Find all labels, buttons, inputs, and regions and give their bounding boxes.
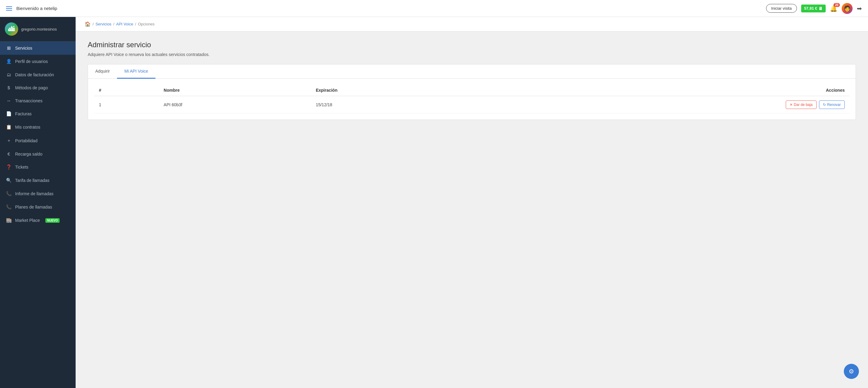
sidebar-item-perfil[interactable]: 👤 Perfil de usuarios: [0, 55, 75, 68]
sidebar-item-portabilidad[interactable]: ＋ Portabilidad: [0, 134, 75, 147]
topbar-right: Iniciar visita 57,91 € 🖥 🔔 20 🧑 ➡: [766, 3, 862, 14]
tabs-container: Adquirir Mi API Voice # Nombre Expiració…: [88, 64, 856, 120]
row-name: API 60b3f: [159, 96, 311, 114]
tabs-header: Adquirir Mi API Voice: [88, 64, 856, 79]
sidebar-item-label: Perfil de usuarios: [15, 59, 48, 64]
sidebar-avatar: 🏙: [5, 22, 18, 36]
sidebar-item-label: Recarga saldo: [15, 152, 42, 156]
sidebar-item-planes[interactable]: 📞 Planes de llamadas: [0, 200, 75, 214]
breadcrumb: 🏠 / Servicios / API Voice / Opciones: [75, 17, 868, 31]
table-wrap: # Nombre Expiración Acciones 1 API 60b3f…: [88, 79, 856, 120]
sidebar-item-servicios[interactable]: ⊞ Servicios: [0, 41, 75, 55]
x-icon: ✕: [790, 102, 793, 107]
sidebar-item-informe[interactable]: 📞 Informe de llamadas: [0, 187, 75, 200]
marketplace-icon: 🏬: [6, 218, 11, 223]
sidebar-item-label: Informe de llamadas: [15, 191, 54, 196]
content-area: 🏠 / Servicios / API Voice / Opciones Adm…: [75, 17, 868, 388]
sidebar-item-tickets[interactable]: ❓ Tickets: [0, 160, 75, 174]
logout-icon[interactable]: ➡: [857, 5, 862, 12]
user-avatar-topbar[interactable]: 🧑: [842, 3, 852, 14]
sidebar-item-label: Planes de llamadas: [15, 205, 52, 209]
sidebar-item-label: Facturas: [15, 111, 31, 116]
sidebar-item-label: Tickets: [15, 165, 28, 170]
menu-toggle[interactable]: [6, 6, 12, 10]
sidebar-item-transacciones[interactable]: ↔ Transacciones: [0, 94, 75, 107]
renew-button[interactable]: ↻ Renovar: [819, 100, 845, 109]
invoice-icon: 📄: [6, 111, 11, 117]
tab-mi-api-voice[interactable]: Mi API Voice: [117, 64, 155, 79]
col-name: Nombre: [159, 85, 311, 96]
sidebar-item-facturas[interactable]: 📄 Facturas: [0, 107, 75, 120]
tab-adquirir[interactable]: Adquirir: [88, 64, 117, 79]
sidebar-item-facturacion[interactable]: 🗂 Datos de facturación: [0, 68, 75, 81]
payment-icon: $: [6, 85, 11, 90]
sidebar: 🏙 gregorio.montesinos ⊞ Servicios 👤 Perf…: [0, 17, 75, 388]
topbar: Bienvenido a netelip Iniciar visita 57,9…: [0, 0, 868, 17]
sidebar-item-metodos[interactable]: $ Métodos de pago: [0, 81, 75, 94]
sidebar-username: gregorio.montesinos: [21, 27, 57, 31]
balance-badge: 57,91 € 🖥: [801, 4, 826, 12]
notifications-button[interactable]: 🔔 20: [830, 5, 837, 12]
user-icon: 👤: [6, 59, 11, 64]
portability-icon: ＋: [6, 138, 11, 144]
home-icon[interactable]: 🏠: [85, 21, 91, 27]
sidebar-item-label: Métodos de pago: [15, 85, 48, 90]
sidebar-item-recarga[interactable]: € Recarga saldo: [0, 147, 75, 160]
recharge-icon: €: [6, 151, 11, 156]
sidebar-item-label: Portabilidad: [15, 138, 37, 143]
balance-amount: 57,91 €: [804, 6, 817, 10]
notif-count: 20: [834, 3, 840, 7]
breadcrumb-servicios[interactable]: Servicios: [96, 22, 112, 26]
sidebar-item-label: Datos de facturación: [15, 72, 54, 77]
gear-icon: ⚙: [849, 368, 854, 375]
sidebar-item-label: Transacciones: [15, 98, 43, 103]
page-description: Adquiere API Voice o renueva los actuale…: [88, 52, 856, 57]
sidebar-item-label: Market Place: [15, 218, 40, 223]
grid-icon: ⊞: [6, 46, 11, 51]
sidebar-item-label: Mis contratos: [15, 125, 40, 129]
topbar-title: Bienvenido a netelip: [16, 6, 57, 11]
table-header-row: # Nombre Expiración Acciones: [94, 85, 849, 96]
refresh-icon: ↻: [823, 102, 826, 107]
col-actions: Acciones: [479, 85, 849, 96]
sidebar-item-label: Servicios: [15, 46, 32, 51]
sidebar-item-contratos[interactable]: 📋 Mis contratos: [0, 120, 75, 134]
row-actions: ✕ Dar de baja ↻ Renovar: [479, 96, 849, 114]
helper-button[interactable]: ⚙: [844, 364, 859, 379]
sidebar-item-marketplace[interactable]: 🏬 Market Place NUEVO: [0, 214, 75, 227]
transactions-icon: ↔: [6, 98, 11, 103]
sidebar-user: 🏙 gregorio.montesinos: [0, 17, 75, 41]
breadcrumb-separator: /: [93, 22, 94, 26]
main-layout: 🏙 gregorio.montesinos ⊞ Servicios 👤 Perf…: [0, 17, 868, 388]
sidebar-item-label: Tarifa de llamadas: [15, 178, 50, 183]
row-num: 1: [94, 96, 159, 114]
cancel-label: Dar de baja: [794, 102, 813, 107]
api-table: # Nombre Expiración Acciones 1 API 60b3f…: [94, 85, 849, 114]
plans-icon: 📞: [6, 204, 11, 210]
page-title: Administrar servicio: [88, 40, 856, 49]
billing-icon: 🗂: [6, 72, 11, 77]
row-expiration: 15/12/18: [311, 96, 479, 114]
breadcrumb-separator: /: [135, 22, 136, 26]
nuevo-badge: NUEVO: [45, 218, 60, 223]
monitor-icon: 🖥: [818, 6, 823, 11]
cancel-service-button[interactable]: ✕ Dar de baja: [786, 100, 816, 109]
sidebar-item-tarifa[interactable]: 🔍 Tarifa de llamadas: [0, 174, 75, 187]
contracts-icon: 📋: [6, 124, 11, 130]
breadcrumb-separator: /: [113, 22, 114, 26]
page-content: Administrar servicio Adquiere API Voice …: [75, 31, 868, 129]
breadcrumb-opciones: Opciones: [138, 22, 155, 26]
col-expiration: Expiración: [311, 85, 479, 96]
search-icon: 🔍: [6, 178, 11, 183]
col-num: #: [94, 85, 159, 96]
breadcrumb-api-voice[interactable]: API Voice: [116, 22, 133, 26]
visit-button[interactable]: Iniciar visita: [766, 4, 797, 13]
topbar-left: Bienvenido a netelip: [6, 6, 57, 11]
call-report-icon: 📞: [6, 191, 11, 197]
action-buttons: ✕ Dar de baja ↻ Renovar: [484, 100, 845, 109]
table-row: 1 API 60b3f 15/12/18 ✕ Dar de baja: [94, 96, 849, 114]
sidebar-nav: ⊞ Servicios 👤 Perfil de usuarios 🗂 Datos…: [0, 41, 75, 388]
ticket-icon: ❓: [6, 165, 11, 170]
renew-label: Renovar: [827, 102, 841, 107]
